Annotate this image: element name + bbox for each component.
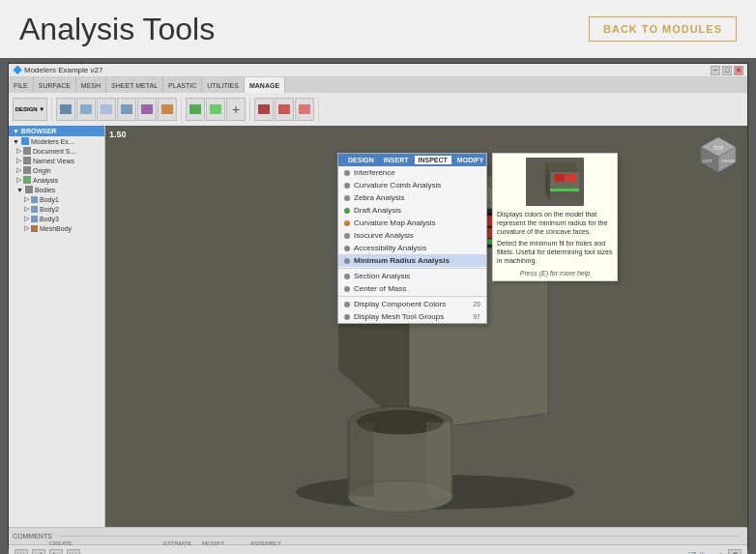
menu-item-minimum-radius[interactable]: Minimum Radius Analysis <box>338 254 486 267</box>
tree-item-named-views[interactable]: ▷ Named Views <box>9 156 104 165</box>
menu-item-accessibility[interactable]: Accessibility Analysis <box>338 242 486 254</box>
tab-plastic[interactable]: PLASTIC <box>163 77 202 93</box>
cad-titlebar: 🔷 Modelers Example v27 ─ □ ✕ <box>9 64 747 77</box>
header-tab-insert[interactable]: INSERT <box>380 156 413 164</box>
tool-btn-7[interactable] <box>186 98 205 121</box>
design-group: DESIGN ▼ <box>13 98 52 121</box>
tree-origin-label: Origin <box>33 167 51 174</box>
menu-item-curvature-map[interactable]: Curvature Map Analysis <box>338 217 486 229</box>
tool-btn-8[interactable] <box>206 98 225 121</box>
design-dropdown-button[interactable]: DESIGN ▼ <box>13 98 47 121</box>
menu-dot-zebra <box>344 195 350 201</box>
tree-body3-label: Body3 <box>40 216 59 222</box>
status-right: 🔄 🔍 ↔ ⊕ ⚙ <box>688 549 741 555</box>
tab-mesh[interactable]: MESH <box>76 77 106 93</box>
tool-btn-plus[interactable]: + <box>226 98 246 121</box>
tool-btn-6[interactable] <box>158 98 177 121</box>
menu-item-section[interactable]: Section Analysis <box>338 270 486 282</box>
back-to-modules-button[interactable]: BACK TO MODULES <box>589 16 737 42</box>
tool-btn-10[interactable] <box>275 98 294 121</box>
nav-cube[interactable]: TOP LEFT FRONT <box>699 135 738 174</box>
menu-dot-accessibility <box>344 246 350 251</box>
svg-rect-23 <box>348 423 374 497</box>
menu-dot-curvature-comb <box>344 183 350 189</box>
browser-title: ▼ BROWSER <box>9 126 104 136</box>
svg-marker-32 <box>545 162 579 172</box>
menu-divider-2 <box>338 296 486 297</box>
close-button[interactable]: ✕ <box>734 66 743 75</box>
tab-file[interactable]: FILE <box>9 77 34 93</box>
status-nav-prev[interactable]: ◀ <box>32 549 45 555</box>
tree-item-root[interactable]: ▼ Modelers Ex... <box>9 136 104 146</box>
menu-dot-curvature-map <box>344 220 350 226</box>
menu-item-curvature-comb[interactable]: Curvature Comb Analysis <box>338 179 486 191</box>
svg-rect-36 <box>567 174 576 182</box>
ribbon-tabs: FILE SURFACE MESH SHEET METAL PLASTIC UT… <box>9 77 747 93</box>
status-nav-last[interactable]: ⏭ <box>67 549 80 555</box>
tab-manage[interactable]: MANAGE <box>245 77 285 93</box>
comment-bar: COMMENTS <box>9 527 747 544</box>
cad-title: Modelers Example v27 <box>24 66 102 74</box>
tree-item-body2[interactable]: ▷ Body2 <box>9 204 104 214</box>
menu-item-mesh-groups[interactable]: Display Mesh Tool Groups 97 <box>338 310 486 323</box>
viewport[interactable]: 1.50 <box>105 126 747 527</box>
menu-item-draft[interactable]: Draft Analysis <box>338 204 486 217</box>
tool-btn-9[interactable] <box>254 98 274 121</box>
menu-dot-display-colors <box>344 302 350 307</box>
tree-item-body3[interactable]: ▷ Body3 <box>9 214 104 223</box>
menu-item-zebra[interactable]: Zebra Analysis <box>338 191 486 204</box>
menu-item-interference[interactable]: Interference <box>338 166 486 179</box>
tool-btn-5[interactable] <box>137 98 157 121</box>
tab-sheet-metal[interactable]: SHEET METAL <box>106 77 163 93</box>
tab-utilities[interactable]: UTILITIES <box>202 77 245 93</box>
tree-item-bodies[interactable]: ▼ Bodies <box>9 185 104 194</box>
tool-btn-3[interactable] <box>97 98 116 121</box>
tool-btn-11[interactable] <box>295 98 314 121</box>
svg-rect-35 <box>555 174 565 182</box>
tool-btn-4[interactable] <box>117 98 136 121</box>
dropdown-header: DESIGN INSERT INSPECT MODIFY <box>338 154 486 166</box>
app-header: Analysis Tools BACK TO MODULES <box>0 0 756 58</box>
menu-item-isocurve[interactable]: Isocurve Analysis <box>338 229 486 242</box>
page-title: Analysis Tools <box>19 12 215 47</box>
tree-body1-label: Body1 <box>40 196 59 203</box>
menu-item-center-mass[interactable]: Center of Mass <box>338 282 486 295</box>
status-left: ⏮ ◀ ▶ ⏭ <box>15 549 80 555</box>
menu-dot-center-mass <box>344 286 350 292</box>
tree-item-doc-settings[interactable]: ▷ Document S... <box>9 146 104 156</box>
settings-button[interactable]: ⚙ <box>728 549 741 555</box>
tooltip-desc2: Detect the minimum fit for holes and fil… <box>497 239 613 265</box>
analysis-dropdown-menu: DESIGN INSERT INSPECT MODIFY Interferenc… <box>337 153 487 324</box>
tree-item-analysis[interactable]: ▷ Analysis <box>9 175 104 185</box>
tab-surface[interactable]: SURFACE <box>34 77 76 93</box>
svg-rect-37 <box>550 189 579 191</box>
create-group <box>56 98 182 121</box>
tree-item-body1[interactable]: ▷ Body1 <box>9 194 104 204</box>
tooltip-desc1: Displays colors on the model that repres… <box>497 210 613 236</box>
tool-btn-1[interactable] <box>56 98 75 121</box>
tree-item-origin[interactable]: ▷ Origin <box>9 165 104 175</box>
header-tab-modify[interactable]: MODIFY <box>453 156 487 164</box>
tree-analysis-label: Analysis <box>33 177 58 184</box>
status-nav-next[interactable]: ▶ <box>49 549 63 555</box>
ribbon-toolbar: DESIGN ▼ <box>9 93 747 126</box>
tree-views-label: Named Views <box>33 158 74 164</box>
svg-text:FRONT: FRONT <box>722 159 736 163</box>
menu-dot-mesh-groups <box>344 314 350 320</box>
menu-divider-1 <box>338 268 486 269</box>
header-tab-inspect[interactable]: INSPECT <box>415 156 451 164</box>
tree-bodies-label: Bodies <box>35 187 55 193</box>
menu-dot-draft <box>344 208 350 214</box>
status-nav-first[interactable]: ⏮ <box>15 549 28 555</box>
menu-dot-isocurve <box>344 233 350 239</box>
header-tab-design[interactable]: DESIGN <box>344 156 378 164</box>
tree-item-meshbody[interactable]: ▷ MeshBody <box>9 223 104 233</box>
tool-btn-2[interactable] <box>76 98 96 121</box>
tree-doc-label: Document S... <box>33 148 75 155</box>
comments-label: COMMENTS <box>13 533 52 539</box>
cad-app-icon: 🔷 <box>13 66 22 74</box>
maximize-button[interactable]: □ <box>722 66 732 75</box>
menu-item-display-colors[interactable]: Display Component Colors 29 <box>338 298 486 310</box>
minimum-radius-tooltip: Displays colors on the model that repres… <box>492 153 618 281</box>
minimize-button[interactable]: ─ <box>711 66 720 75</box>
